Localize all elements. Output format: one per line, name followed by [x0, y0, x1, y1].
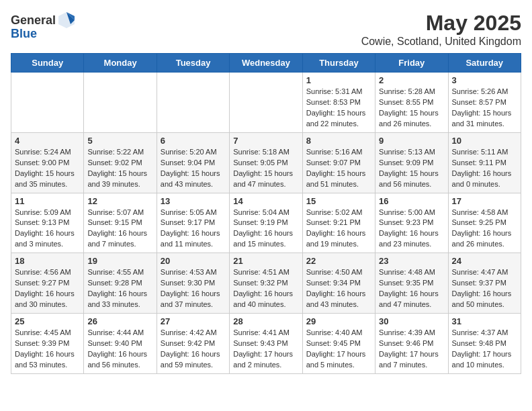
table-row: 26Sunrise: 4:44 AM Sunset: 9:40 PM Dayli… [84, 314, 157, 374]
month-title: May 2025 [361, 11, 521, 36]
day-info: Sunrise: 5:16 AM Sunset: 9:07 PM Dayligh… [306, 147, 371, 190]
day-number: 1 [306, 75, 371, 85]
table-row: 21Sunrise: 4:51 AM Sunset: 9:32 PM Dayli… [230, 253, 302, 314]
table-row [11, 73, 84, 133]
day-number: 13 [161, 196, 226, 206]
day-info: Sunrise: 4:55 AM Sunset: 9:28 PM Dayligh… [87, 267, 152, 310]
day-info: Sunrise: 5:13 AM Sunset: 9:09 PM Dayligh… [379, 147, 444, 190]
table-row: 16Sunrise: 5:00 AM Sunset: 9:23 PM Dayli… [375, 193, 448, 253]
day-info: Sunrise: 5:04 AM Sunset: 9:19 PM Dayligh… [233, 208, 298, 250]
day-number: 5 [87, 136, 152, 146]
weekday-header-row: Sunday Monday Tuesday Wednesday Thursday… [11, 54, 521, 73]
page-header: General Blue May 2025 Cowie, Scotland, U… [11, 11, 521, 48]
table-row: 8Sunrise: 5:16 AM Sunset: 9:07 PM Daylig… [302, 132, 375, 193]
day-number: 7 [233, 136, 298, 146]
day-info: Sunrise: 4:47 AM Sunset: 9:37 PM Dayligh… [452, 267, 517, 310]
day-number: 31 [452, 316, 517, 326]
day-info: Sunrise: 4:48 AM Sunset: 9:35 PM Dayligh… [379, 267, 444, 310]
day-number: 8 [306, 136, 371, 146]
day-info: Sunrise: 5:24 AM Sunset: 9:00 PM Dayligh… [15, 147, 80, 190]
day-number: 26 [87, 316, 152, 326]
table-row: 2Sunrise: 5:28 AM Sunset: 8:55 PM Daylig… [375, 73, 448, 133]
day-info: Sunrise: 4:53 AM Sunset: 9:30 PM Dayligh… [161, 267, 226, 310]
day-number: 2 [379, 75, 444, 85]
table-row: 27Sunrise: 4:42 AM Sunset: 9:42 PM Dayli… [157, 314, 229, 374]
calendar-week-row: 11Sunrise: 5:09 AM Sunset: 9:13 PM Dayli… [11, 193, 521, 253]
table-row: 9Sunrise: 5:13 AM Sunset: 9:09 PM Daylig… [375, 132, 448, 193]
location-subtitle: Cowie, Scotland, United Kingdom [361, 36, 521, 48]
day-info: Sunrise: 4:50 AM Sunset: 9:34 PM Dayligh… [306, 267, 371, 310]
table-row: 19Sunrise: 4:55 AM Sunset: 9:28 PM Dayli… [84, 253, 157, 314]
table-row [157, 73, 229, 133]
day-number: 6 [161, 136, 226, 146]
header-thursday: Thursday [302, 54, 375, 73]
day-number: 30 [379, 316, 444, 326]
table-row: 10Sunrise: 5:11 AM Sunset: 9:11 PM Dayli… [448, 132, 521, 193]
logo: General Blue [11, 11, 76, 41]
header-saturday: Saturday [448, 54, 521, 73]
day-number: 9 [379, 136, 444, 146]
table-row: 22Sunrise: 4:50 AM Sunset: 9:34 PM Dayli… [302, 253, 375, 314]
day-info: Sunrise: 5:22 AM Sunset: 9:02 PM Dayligh… [87, 147, 152, 190]
header-sunday: Sunday [11, 54, 84, 73]
table-row [230, 73, 302, 133]
day-number: 3 [452, 75, 517, 85]
day-number: 15 [306, 196, 371, 206]
day-info: Sunrise: 5:02 AM Sunset: 9:21 PM Dayligh… [306, 208, 371, 250]
day-info: Sunrise: 5:07 AM Sunset: 9:15 PM Dayligh… [87, 208, 152, 250]
day-number: 10 [452, 136, 517, 146]
day-number: 22 [306, 256, 371, 266]
day-number: 19 [87, 256, 152, 266]
day-info: Sunrise: 5:09 AM Sunset: 9:13 PM Dayligh… [15, 208, 80, 250]
day-info: Sunrise: 5:11 AM Sunset: 9:11 PM Dayligh… [452, 147, 517, 190]
table-row: 17Sunrise: 4:58 AM Sunset: 9:25 PM Dayli… [448, 193, 521, 253]
day-number: 27 [161, 316, 226, 326]
header-wednesday: Wednesday [230, 54, 302, 73]
table-row: 3Sunrise: 5:26 AM Sunset: 8:57 PM Daylig… [448, 73, 521, 133]
calendar-week-row: 4Sunrise: 5:24 AM Sunset: 9:00 PM Daylig… [11, 132, 521, 193]
day-info: Sunrise: 4:40 AM Sunset: 9:45 PM Dayligh… [306, 328, 371, 371]
header-monday: Monday [84, 54, 157, 73]
day-info: Sunrise: 5:31 AM Sunset: 8:53 PM Dayligh… [306, 87, 371, 130]
table-row: 24Sunrise: 4:47 AM Sunset: 9:37 PM Dayli… [448, 253, 521, 314]
day-number: 29 [306, 316, 371, 326]
day-number: 14 [233, 196, 298, 206]
day-info: Sunrise: 5:20 AM Sunset: 9:04 PM Dayligh… [161, 147, 226, 190]
day-info: Sunrise: 4:45 AM Sunset: 9:39 PM Dayligh… [15, 328, 80, 371]
day-info: Sunrise: 4:41 AM Sunset: 9:43 PM Dayligh… [233, 328, 298, 371]
day-number: 25 [15, 316, 80, 326]
day-number: 28 [233, 316, 298, 326]
table-row: 14Sunrise: 5:04 AM Sunset: 9:19 PM Dayli… [230, 193, 302, 253]
logo-flag-icon [57, 11, 76, 30]
day-info: Sunrise: 4:56 AM Sunset: 9:27 PM Dayligh… [15, 267, 80, 310]
day-info: Sunrise: 5:28 AM Sunset: 8:55 PM Dayligh… [379, 87, 444, 130]
day-info: Sunrise: 4:37 AM Sunset: 9:48 PM Dayligh… [452, 328, 517, 371]
day-number: 21 [233, 256, 298, 266]
title-section: May 2025 Cowie, Scotland, United Kingdom [361, 11, 521, 48]
day-info: Sunrise: 4:51 AM Sunset: 9:32 PM Dayligh… [233, 267, 298, 310]
header-friday: Friday [375, 54, 448, 73]
table-row: 4Sunrise: 5:24 AM Sunset: 9:00 PM Daylig… [11, 132, 84, 193]
table-row: 30Sunrise: 4:39 AM Sunset: 9:46 PM Dayli… [375, 314, 448, 374]
day-number: 23 [379, 256, 444, 266]
table-row: 18Sunrise: 4:56 AM Sunset: 9:27 PM Dayli… [11, 253, 84, 314]
table-row: 12Sunrise: 5:07 AM Sunset: 9:15 PM Dayli… [84, 193, 157, 253]
table-row: 25Sunrise: 4:45 AM Sunset: 9:39 PM Dayli… [11, 314, 84, 374]
table-row: 31Sunrise: 4:37 AM Sunset: 9:48 PM Dayli… [448, 314, 521, 374]
day-number: 4 [15, 136, 80, 146]
day-info: Sunrise: 5:18 AM Sunset: 9:05 PM Dayligh… [233, 147, 298, 190]
logo-blue: Blue [11, 27, 37, 41]
table-row: 13Sunrise: 5:05 AM Sunset: 9:17 PM Dayli… [157, 193, 229, 253]
table-row: 15Sunrise: 5:02 AM Sunset: 9:21 PM Dayli… [302, 193, 375, 253]
table-row: 29Sunrise: 4:40 AM Sunset: 9:45 PM Dayli… [302, 314, 375, 374]
day-number: 16 [379, 196, 444, 206]
day-info: Sunrise: 4:58 AM Sunset: 9:25 PM Dayligh… [452, 208, 517, 250]
day-info: Sunrise: 5:00 AM Sunset: 9:23 PM Dayligh… [379, 208, 444, 250]
day-number: 11 [15, 196, 80, 206]
calendar-week-row: 25Sunrise: 4:45 AM Sunset: 9:39 PM Dayli… [11, 314, 521, 374]
table-row: 6Sunrise: 5:20 AM Sunset: 9:04 PM Daylig… [157, 132, 229, 193]
day-number: 18 [15, 256, 80, 266]
calendar-week-row: 1Sunrise: 5:31 AM Sunset: 8:53 PM Daylig… [11, 73, 521, 133]
day-info: Sunrise: 4:44 AM Sunset: 9:40 PM Dayligh… [87, 328, 152, 371]
table-row: 23Sunrise: 4:48 AM Sunset: 9:35 PM Dayli… [375, 253, 448, 314]
